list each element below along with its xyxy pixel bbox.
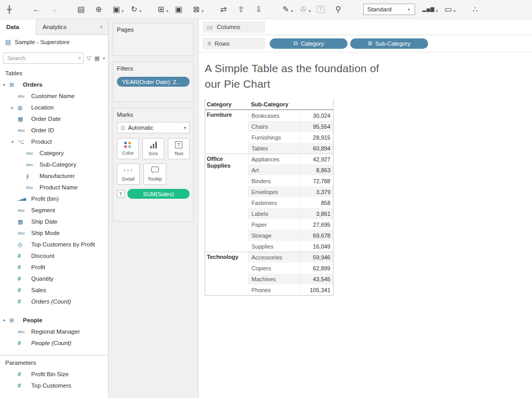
value-cell[interactable]: 72,788 [300, 175, 333, 186]
field-row[interactable]: # Sales [0, 284, 108, 296]
grid-view-icon[interactable]: ▦ [95, 55, 100, 62]
toolbar-button[interactable]: ▣ ▾ [112, 5, 125, 14]
value-cell[interactable]: 69,678 [300, 230, 333, 241]
toolbar-button[interactable]: ← [32, 5, 45, 14]
category-cell[interactable] [205, 175, 248, 186]
field-row[interactable]: ▦ Ship Date [0, 216, 108, 227]
field-row[interactable]: ▦ Order Date [0, 113, 108, 125]
field-row[interactable]: Abc Order ID [0, 125, 108, 136]
subcategory-cell[interactable]: Phones [248, 284, 300, 295]
toolbar-button[interactable]: ✎ ▾ [282, 5, 294, 14]
collapse-hierarchy-icon[interactable]: ⊟ [293, 41, 297, 46]
field-row[interactable]: Abc Sub-Category [0, 159, 108, 170]
category-cell[interactable] [205, 197, 248, 208]
value-cell[interactable]: 105,341 [300, 284, 333, 295]
text-mark-chip[interactable]: T [117, 190, 125, 198]
rows-pill[interactable]: ⊞ Sub-Category [350, 38, 428, 49]
value-cell[interactable]: 16,049 [300, 241, 333, 252]
value-cell[interactable]: 60,894 [300, 143, 333, 154]
category-cell[interactable] [205, 132, 248, 143]
toolbar-button[interactable]: ⚲ [334, 5, 347, 14]
subcategory-cell[interactable]: Chairs [248, 121, 300, 132]
category-cell[interactable] [205, 186, 248, 197]
field-row[interactable]: Abc Customer Name [0, 90, 108, 102]
rows-pill[interactable]: ⊟ Category [270, 38, 348, 49]
field-row[interactable]: Abc Regional Manager [0, 326, 108, 337]
subcategory-cell[interactable]: Binders [248, 175, 300, 186]
rows-shelf[interactable]: ≡ Rows ⊟ Category ⊞ Sub-Category [198, 35, 532, 52]
field-row[interactable]: ▾ ⊞ People [0, 314, 108, 326]
toolbar-button[interactable]: ▤ [77, 5, 89, 14]
datasource-row[interactable]: ▤ Sample - Superstore [0, 35, 108, 49]
toolbar-button[interactable]: ↻ ▾ [130, 5, 142, 14]
field-row[interactable]: ▾ ⊞ Orders [0, 79, 108, 90]
pages-card[interactable]: Pages [113, 23, 194, 56]
filter-fields-icon[interactable]: ▽ [87, 55, 91, 62]
value-cell[interactable]: 43,545 [300, 273, 333, 284]
subcategory-cell[interactable]: Tables [248, 143, 300, 154]
value-cell[interactable]: 858 [300, 197, 333, 208]
expander-icon[interactable]: ▾ [3, 318, 9, 323]
toolbar-button[interactable]: ⊕ [95, 5, 107, 14]
subcategory-cell[interactable]: Copiers [248, 263, 300, 273]
category-cell[interactable] [205, 263, 248, 273]
field-row[interactable]: ▁▃▅ Profit (bin) [0, 193, 108, 204]
subcategory-cell[interactable]: Paper [248, 219, 300, 230]
value-cell[interactable]: 95,554 [300, 121, 333, 132]
field-row[interactable]: Abc Category [0, 147, 108, 159]
field-row[interactable]: Abc Segment [0, 204, 108, 216]
category-cell[interactable] [205, 284, 248, 295]
field-row[interactable]: ▾ ⌥ Product [0, 136, 108, 147]
subcategory-cell[interactable]: Art [248, 164, 300, 175]
field-row[interactable]: Abc Ship Mode [0, 227, 108, 239]
search-input[interactable] [3, 52, 84, 64]
category-cell[interactable] [205, 121, 248, 132]
text-button[interactable]: T Text [168, 138, 190, 159]
toolbar-button[interactable]: ⊞ ▾ [157, 5, 169, 14]
value-cell[interactable]: 8,863 [300, 164, 333, 175]
field-row[interactable]: Abc Product Name [0, 182, 108, 193]
parameter-row[interactable]: # Top Customers [0, 380, 108, 391]
tab-analytics[interactable]: Analytics [36, 19, 95, 35]
detail-button[interactable]: ∘∘∘ Detail [117, 163, 140, 185]
value-cell[interactable]: 62,899 [300, 263, 333, 273]
value-cell[interactable]: 3,379 [300, 186, 333, 197]
subcategory-cell[interactable]: Accessories [248, 252, 300, 263]
category-cell[interactable]: Furniture [205, 110, 248, 121]
toolbar-button[interactable]: ⇩ [255, 5, 267, 14]
expand-hierarchy-icon[interactable]: ⊞ [368, 41, 372, 46]
field-row[interactable]: ▸ ◍ Location [0, 102, 108, 113]
tooltip-button[interactable]: Tooltip [143, 163, 166, 185]
subcategory-cell[interactable]: Fasteners [248, 197, 300, 208]
fit-mode-select[interactable]: Standard ▾ [363, 4, 415, 15]
value-cell[interactable]: 59,946 [300, 252, 333, 263]
category-cell[interactable] [205, 164, 248, 175]
toolbar-button[interactable]: T [317, 6, 329, 13]
category-cell[interactable] [205, 219, 248, 230]
toolbar-button[interactable]: ▂▅▇ ▾ [422, 5, 439, 14]
subcategory-header[interactable]: Sub-Category [248, 101, 300, 107]
category-cell[interactable] [205, 208, 248, 219]
size-button[interactable]: Size [142, 138, 164, 159]
filter-pill[interactable]: YEAR(Order Date): 2.. [117, 77, 190, 87]
category-cell[interactable]: Office Supplies [205, 154, 248, 164]
subcategory-cell[interactable]: Machines [248, 273, 300, 284]
category-cell[interactable]: Technology [205, 252, 248, 263]
field-row[interactable]: ∮ Manufacturer [0, 170, 108, 182]
value-cell[interactable]: 3,861 [300, 208, 333, 219]
subcategory-cell[interactable]: Appliances [248, 154, 300, 164]
category-header[interactable]: Category [205, 101, 248, 107]
parameter-row[interactable]: # Profit Bin Size [0, 368, 108, 380]
toolbar-button[interactable]: ▣ [175, 5, 187, 14]
toolbar-button[interactable]: → [50, 5, 62, 14]
value-cell[interactable]: 30,024 [300, 110, 333, 121]
toolbar-button[interactable]: ⊠ ▾ [192, 5, 205, 14]
expander-icon[interactable]: ▾ [11, 140, 18, 144]
sheet-title[interactable]: A Simple Table as the foundation of our … [205, 61, 387, 92]
subcategory-cell[interactable]: Supplies [248, 241, 300, 252]
field-row[interactable]: # People (Count) [0, 337, 108, 349]
subcategory-cell[interactable]: Furnishings [248, 132, 300, 143]
field-row[interactable]: ◎ Top Customers by Profit [0, 239, 108, 250]
expander-icon[interactable]: ▾ [3, 83, 9, 87]
category-cell[interactable] [205, 273, 248, 284]
